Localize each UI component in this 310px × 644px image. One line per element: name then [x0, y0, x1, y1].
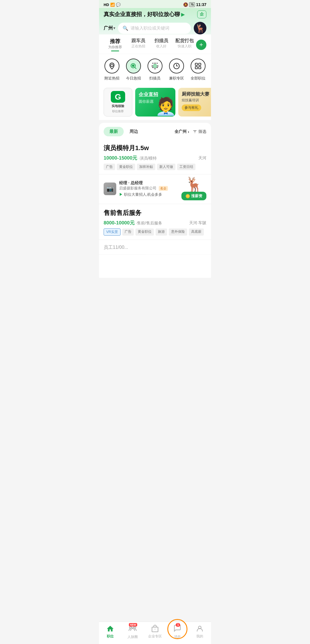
mascot-raise: 🦌 — [185, 177, 203, 192]
raise-salary-button[interactable]: 🪙 涨薪资 — [181, 192, 206, 200]
svg-line-2 — [135, 67, 136, 69]
add-category-button[interactable]: + — [196, 40, 206, 50]
job-tags-2: VR实景 广告 黄金职位 旅游 意外保险 高底薪 — [104, 228, 206, 236]
banner-card-cook[interactable]: 厨师技能大赛 炫技赢培训 参与有礼 👨‍🍳 — [178, 88, 211, 117]
location-arrow-icon: › — [188, 129, 189, 134]
location-text: 全广州 — [175, 129, 187, 134]
banner-slogan: 真实企业直接招，好职位放心聊 — [104, 11, 180, 17]
filter-tab-latest[interactable]: 最新 — [104, 127, 124, 136]
tag-salary: 高底薪 — [189, 228, 204, 236]
bell-mute-icon: 🔕 — [183, 2, 188, 7]
icon-nearby[interactable]: 附近热招 — [104, 59, 119, 81]
nearby-icon — [104, 59, 119, 73]
tab-scanner-label: 扫描员 — [154, 38, 168, 44]
nav-spacer — [99, 255, 211, 278]
search-icon: 🔍 — [123, 26, 128, 31]
city-name: 广州 — [104, 25, 113, 31]
urgent-label: 今日急招 — [126, 76, 141, 81]
scanner-icon — [148, 59, 162, 73]
search-row: 广州 ▾ 🔍 请输入职位或关键词 🦌 — [104, 22, 206, 34]
tab-scanner[interactable]: 扫描员 收入好 — [150, 38, 173, 51]
tabs-list: 推荐 为你推荐 跟车员 正在热招 扫描员 收入好 配货打包 快速入职 — [104, 38, 196, 51]
tab-packing[interactable]: 配货打包 快速入职 — [173, 38, 196, 51]
tabs-container: 推荐 为你推荐 跟车员 正在热招 扫描员 收入好 配货打包 快速入职 + — [104, 38, 206, 51]
job-location-2: 天河·车陂 — [189, 220, 206, 226]
svg-rect-7 — [199, 63, 201, 65]
status-left: HD 📶 💬 — [104, 3, 121, 7]
chat-icon: 💬 — [116, 3, 121, 7]
icon-parttime[interactable]: 兼职专区 — [169, 59, 184, 81]
avatar-mascot: 🦌 — [195, 24, 205, 33]
coin-icon: 🪙 — [185, 194, 190, 198]
cook-banner-title: 厨师技能大赛 — [182, 91, 211, 97]
search-input[interactable]: 请输入职位或关键词 — [131, 26, 169, 31]
banner-card-enterprise[interactable]: 企业直招 圆你薪愿 🧑‍💼 — [135, 88, 175, 117]
icon-alljobs[interactable]: 全部职位 — [191, 59, 206, 81]
job-title-1: 演员模特月1.5w — [104, 144, 149, 152]
filter-row: 最新 周边 全广州 › 筛选 — [99, 123, 211, 139]
svg-rect-4 — [154, 65, 156, 67]
desc-arrow-icon: ▶ — [119, 192, 124, 197]
enterprise-button[interactable]: 企 — [197, 10, 206, 18]
category-tabs: 推荐 为你推荐 跟车员 正在热招 扫描员 收入好 配货打包 快速入职 + — [99, 34, 211, 54]
parttime-icon — [169, 59, 184, 73]
job-card-3-partial[interactable]: 员工11/00... — [99, 240, 211, 255]
tag-vr: VR实景 — [104, 228, 121, 236]
job-salary-2: 8000-10000元 — [104, 220, 135, 226]
tag-gold-2: 黄金职位 — [135, 228, 154, 236]
job-title-2: 售前售后服务 — [104, 209, 142, 217]
filter-button[interactable]: 筛选 — [193, 129, 206, 134]
svg-rect-9 — [199, 67, 201, 69]
company-row-1[interactable]: 📷 经理 · 总经理 启盛摄影服务有限公司 名企 ▶ 职位大量招人,机会多多 🦌… — [99, 177, 211, 204]
company-info-1: 经理 · 总经理 启盛摄影服务有限公司 名企 ▶ 职位大量招人,机会多多 — [119, 181, 179, 197]
company-desc: ▶ 职位大量招人,机会多多 — [119, 192, 179, 197]
filter-icon — [193, 129, 197, 134]
filter-label: 筛选 — [198, 129, 206, 134]
status-bar: HD 📶 💬 🔕 75 11:37 — [99, 0, 211, 8]
filter-tab-nearby[interactable]: 周边 — [124, 127, 144, 136]
signal-icon: 📶 — [110, 3, 115, 7]
tab-follower-sub: 正在热招 — [131, 44, 145, 49]
search-box[interactable]: 🔍 请输入职位或关键词 — [118, 23, 191, 34]
user-avatar[interactable]: 🦌 — [194, 22, 206, 34]
verify-line1: 实地核验 — [112, 104, 124, 108]
svg-rect-6 — [195, 63, 197, 65]
job-card-1[interactable]: 演员模特月1.5w 10000-15000元 ·演员/模特 天河 广告 黄金职位… — [99, 139, 211, 174]
banner-row: 真实企业直接招，好职位放心聊 ▶ 企 — [104, 10, 206, 18]
banner-text: 真实企业直接招，好职位放心聊 ▶ — [104, 11, 185, 18]
banner-card-verify[interactable]: G 实地核验 职位推荐 — [104, 88, 132, 117]
partial-text: 员工11/00... — [104, 245, 206, 251]
job-location-1: 天河 — [198, 156, 206, 161]
icon-grid: 附近热招 今日急招 扫描员 兼职专区 — [99, 54, 211, 84]
time-display: 11:37 — [196, 2, 206, 7]
alljobs-label: 全部职位 — [191, 76, 206, 81]
city-dropdown-icon: ▾ — [113, 26, 115, 30]
status-right: 🔕 75 11:37 — [183, 2, 206, 7]
person-emoji: 🧑‍💼 — [155, 96, 175, 117]
tab-follower[interactable]: 跟车员 正在热招 — [127, 38, 150, 51]
alljobs-icon — [191, 59, 206, 73]
filter-tabs: 最新 周边 — [104, 127, 144, 136]
svg-point-0 — [111, 64, 113, 67]
job-card-2[interactable]: 售前售后服务 8000-10000元 ·售前/售后服务 天河·车陂 VR实景 广… — [99, 204, 211, 240]
tab-recommend[interactable]: 推荐 为你推荐 — [104, 38, 127, 51]
filter-right: 全广州 › 筛选 — [175, 129, 206, 134]
icon-urgent[interactable]: 今日急招 — [126, 59, 141, 81]
job-category-2: ·售前/售后服务 — [136, 221, 162, 225]
banner-arrow-icon: ▶ — [181, 12, 185, 17]
raise-label: 涨薪资 — [191, 193, 202, 199]
cook-banner-btn[interactable]: 参与有礼 — [182, 104, 201, 111]
tab-scanner-sub: 收入好 — [156, 44, 166, 49]
tag-overtime: 加班补贴 — [137, 164, 155, 170]
g-logo: G — [111, 91, 125, 103]
raise-section: 🦌 🪙 涨薪资 — [181, 177, 206, 200]
job-tags-1: 广告 黄金职位 加班补贴 新人可做 工资日结 — [104, 164, 206, 170]
nearby-label: 附近热招 — [104, 76, 119, 81]
icon-scanner[interactable]: 扫描员 — [148, 59, 162, 81]
tag-daily-pay: 工资日结 — [177, 164, 195, 170]
location-filter[interactable]: 全广州 › — [175, 129, 189, 134]
tab-packing-label: 配货打包 — [175, 38, 194, 44]
job-salary-1: 10000-15000元 — [104, 155, 137, 161]
tag-travel: 旅游 — [156, 228, 167, 236]
city-selector[interactable]: 广州 ▾ — [104, 25, 115, 31]
